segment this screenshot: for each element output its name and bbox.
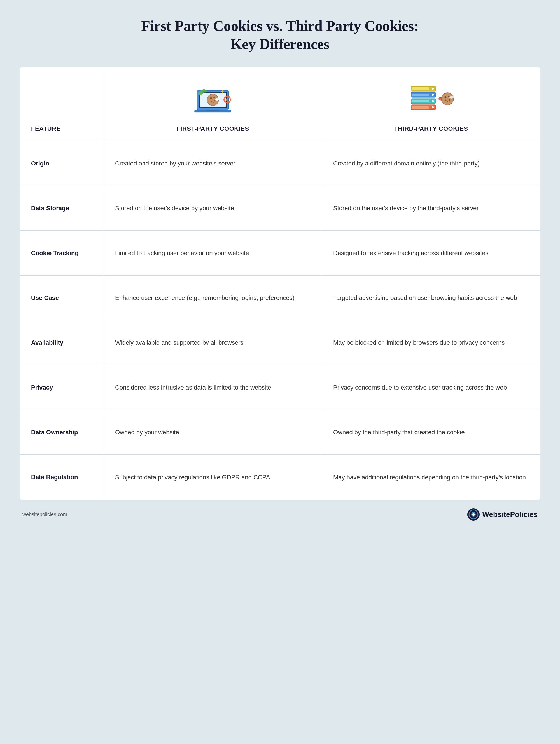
first-party-icon: ✦ ⚙ — [192, 77, 234, 119]
svg-point-27 — [432, 106, 434, 108]
first-party-value: Enhance user experience (e.g., rememberi… — [115, 293, 295, 302]
footer: websitepolicies.com WebsitePolicies — [20, 508, 540, 521]
first-party-value: Widely available and supported by all br… — [115, 338, 244, 347]
third-party-header-cell: THIRD-PARTY COOKIES — [322, 68, 540, 141]
svg-point-4 — [210, 98, 212, 100]
svg-point-42 — [445, 100, 446, 101]
svg-point-36 — [432, 88, 434, 90]
third-party-value: Designed for extensive tracking across d… — [333, 248, 489, 258]
feature-cell: Privacy — [20, 365, 104, 410]
feature-label: Use Case — [31, 294, 59, 302]
svg-point-44 — [447, 101, 448, 103]
table-row: Availability Widely available and suppor… — [20, 320, 540, 365]
feature-cell: Cookie Tracking — [20, 231, 104, 275]
third-party-value: Privacy concerns due to extensive user t… — [333, 383, 507, 392]
feature-cell: Use Case — [20, 275, 104, 320]
svg-point-41 — [448, 96, 449, 98]
first-party-cell: Subject to data privacy regulations like… — [104, 455, 322, 499]
svg-point-8 — [213, 102, 214, 103]
first-party-value: Owned by your website — [115, 427, 179, 437]
svg-point-40 — [444, 96, 446, 98]
svg-rect-17 — [230, 99, 231, 101]
third-party-cell: Stored on the user's device by the third… — [322, 186, 540, 230]
third-party-value: May have additional regulations dependin… — [333, 473, 526, 482]
third-party-cell: May be blocked or limited by browsers du… — [322, 320, 540, 365]
svg-rect-29 — [412, 100, 429, 103]
svg-point-14 — [226, 98, 228, 101]
table-row: Data Storage Stored on the user's device… — [20, 186, 540, 231]
third-party-cell: May have additional regulations dependin… — [322, 455, 540, 499]
first-party-cell: Limited to tracking user behavior on you… — [104, 231, 322, 275]
first-party-value: Limited to tracking user behavior on you… — [115, 248, 249, 258]
svg-point-30 — [432, 100, 434, 102]
first-party-value: Subject to data privacy regulations like… — [115, 473, 270, 482]
third-party-value: Targeted advertising based on user brows… — [333, 293, 517, 302]
table-row: Privacy Considered less intrusive as dat… — [20, 365, 540, 410]
third-party-icon — [409, 79, 454, 118]
feature-label: Origin — [31, 160, 49, 167]
footer-url: websitepolicies.com — [23, 512, 67, 517]
first-party-value: Created and stored by your website's ser… — [115, 159, 235, 168]
first-party-icon-area: ✦ ⚙ — [192, 76, 234, 121]
title-section: First Party Cookies vs. Third Party Cook… — [141, 17, 419, 53]
first-party-header-cell: ✦ ⚙ — [104, 68, 322, 141]
feature-cell: Data Regulation — [20, 455, 104, 499]
svg-rect-26 — [412, 106, 429, 109]
table-header-row: FEATURE — [20, 68, 540, 141]
svg-point-43 — [449, 99, 450, 101]
third-party-cell: Targeted advertising based on user brows… — [322, 275, 540, 320]
third-party-cell: Owned by the third-party that created th… — [322, 410, 540, 454]
third-party-col-label: THIRD-PARTY COOKIES — [394, 125, 468, 133]
feature-col-label: FEATURE — [31, 125, 61, 133]
svg-point-6 — [211, 101, 212, 102]
svg-rect-10 — [207, 110, 220, 111]
third-party-cell: Designed for extensive tracking across d… — [322, 231, 540, 275]
svg-rect-35 — [412, 87, 429, 90]
svg-rect-32 — [412, 94, 429, 96]
table-body: Origin Created and stored by your websit… — [20, 141, 540, 499]
table-row: Data Ownership Owned by your website Own… — [20, 410, 540, 455]
comparison-table: FEATURE — [20, 67, 540, 500]
svg-rect-15 — [226, 96, 228, 98]
table-row: Data Regulation Subject to data privacy … — [20, 455, 540, 499]
third-party-value: Owned by the third-party that created th… — [333, 427, 465, 437]
feature-label: Data Storage — [31, 205, 69, 212]
first-party-cell: Created and stored by your website's ser… — [104, 141, 322, 186]
footer-brand: WebsitePolicies — [467, 508, 538, 521]
svg-rect-21 — [223, 99, 225, 101]
first-party-col-label: FIRST-PARTY COOKIES — [176, 125, 249, 133]
page-title: First Party Cookies vs. Third Party Cook… — [141, 17, 419, 53]
feature-label: Availability — [31, 339, 63, 346]
feature-header-cell: FEATURE — [20, 68, 104, 141]
first-party-value: Considered less intrusive as data is lim… — [115, 383, 271, 392]
table-row: Cookie Tracking Limited to tracking user… — [20, 231, 540, 275]
svg-point-48 — [472, 513, 475, 516]
third-party-value: May be blocked or limited by browsers du… — [333, 338, 505, 347]
feature-cell: Origin — [20, 141, 104, 186]
svg-point-5 — [213, 97, 215, 99]
feature-label: Privacy — [31, 384, 53, 391]
svg-point-33 — [432, 94, 434, 96]
third-party-icon-area — [409, 76, 454, 121]
svg-point-7 — [214, 100, 216, 102]
brand-logo-icon — [467, 508, 480, 521]
first-party-cell: Considered less intrusive as data is lim… — [104, 365, 322, 410]
feature-label: Data Regulation — [31, 474, 78, 481]
table-row: Origin Created and stored by your websit… — [20, 141, 540, 186]
feature-label: Cookie Tracking — [31, 250, 79, 257]
third-party-cell: Created by a different domain entirely (… — [322, 141, 540, 186]
footer-brand-name: WebsitePolicies — [482, 510, 538, 519]
feature-label: Data Ownership — [31, 429, 78, 436]
feature-cell: Data Storage — [20, 186, 104, 230]
first-party-cell: Stored on the user's device by your webs… — [104, 186, 322, 230]
first-party-value: Stored on the user's device by your webs… — [115, 203, 234, 213]
first-party-cell: Owned by your website — [104, 410, 322, 454]
first-party-cell: Widely available and supported by all br… — [104, 320, 322, 365]
third-party-cell: Privacy concerns due to extensive user t… — [322, 365, 540, 410]
first-party-cell: Enhance user experience (e.g., rememberi… — [104, 275, 322, 320]
feature-cell: Availability — [20, 320, 104, 365]
table-row: Use Case Enhance user experience (e.g., … — [20, 275, 540, 320]
svg-rect-19 — [226, 102, 228, 104]
svg-point-39 — [441, 93, 454, 105]
svg-text:✦: ✦ — [220, 89, 225, 95]
